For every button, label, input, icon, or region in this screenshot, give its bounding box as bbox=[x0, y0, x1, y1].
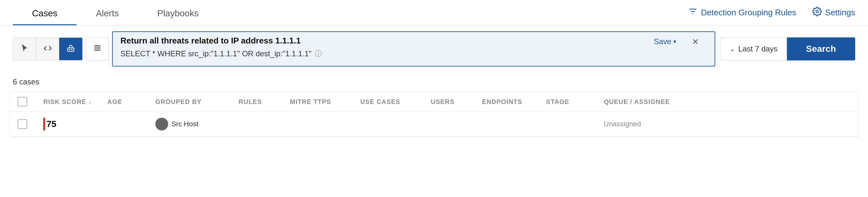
cases-count: 6 cases bbox=[0, 72, 868, 91]
col-grouped-by[interactable]: GROUPED BY bbox=[149, 98, 232, 106]
settings-button[interactable]: Settings bbox=[812, 7, 855, 18]
cursor-icon bbox=[21, 44, 29, 54]
cell-queue-assignee: Unassigned bbox=[597, 120, 850, 128]
col-age[interactable]: AGE bbox=[101, 98, 149, 106]
col-endpoints[interactable]: ENDPOINTS bbox=[476, 98, 540, 106]
detection-grouping-rules-button[interactable]: Detection Grouping Rules bbox=[688, 7, 796, 18]
code-tool-button[interactable] bbox=[36, 38, 59, 61]
col-stage[interactable]: STAGE bbox=[540, 98, 597, 106]
col-use-cases[interactable]: USE CASES bbox=[354, 98, 424, 106]
close-search-button[interactable]: × bbox=[692, 36, 699, 47]
top-navigation: Cases Alerts Playbooks Detection Groupin… bbox=[0, 0, 868, 26]
chevron-down-icon: ▾ bbox=[673, 38, 676, 45]
cell-risk-score: 75 bbox=[37, 118, 101, 130]
svg-rect-1 bbox=[68, 48, 74, 51]
col-rules[interactable]: RULES bbox=[232, 98, 283, 106]
right-controls: ⌄ Last 7 days Search bbox=[720, 37, 855, 61]
avatar bbox=[155, 118, 168, 130]
cell-grouped-by: Src Host bbox=[149, 118, 232, 130]
row-checkbox[interactable] bbox=[18, 119, 37, 129]
list-view-button[interactable] bbox=[86, 37, 109, 61]
info-icon[interactable]: ⓘ bbox=[315, 49, 322, 58]
settings-icon bbox=[812, 7, 822, 18]
save-button[interactable]: Save ▾ bbox=[654, 37, 676, 46]
results-table: RISK SCORE ↓ AGE GROUPED BY RULES MITRE … bbox=[10, 91, 858, 137]
date-filter-button[interactable]: ⌄ Last 7 days bbox=[720, 37, 787, 61]
list-icon bbox=[93, 44, 101, 54]
sort-icon: ↓ bbox=[88, 98, 92, 106]
bot-icon bbox=[67, 44, 75, 54]
table-row[interactable]: 75 Src Host Unassigned bbox=[10, 112, 858, 136]
svg-point-3 bbox=[71, 49, 72, 50]
col-mitre-ttps[interactable]: MITRE TTPS bbox=[283, 98, 354, 106]
tab-playbooks[interactable]: Playbooks bbox=[138, 8, 218, 25]
tab-cases[interactable]: Cases bbox=[13, 8, 76, 25]
chevron-down-icon: ⌄ bbox=[730, 45, 735, 53]
toolbar-icon-group bbox=[13, 37, 83, 61]
code-icon bbox=[43, 44, 52, 54]
bot-tool-button[interactable] bbox=[59, 38, 82, 61]
select-all-checkbox[interactable] bbox=[18, 97, 37, 107]
filter-icon bbox=[688, 7, 698, 18]
cursor-tool-button[interactable] bbox=[13, 38, 36, 61]
tab-alerts[interactable]: Alerts bbox=[76, 8, 138, 25]
search-query-text: SELECT * WHERE src_ip:"1.1.1.1" OR dest_… bbox=[120, 49, 707, 58]
settings-label: Settings bbox=[825, 8, 855, 17]
col-queue-assignee[interactable]: QUEUE / ASSIGNEE bbox=[597, 98, 850, 106]
risk-bar bbox=[43, 118, 45, 130]
svg-point-2 bbox=[69, 49, 70, 50]
table-header: RISK SCORE ↓ AGE GROUPED BY RULES MITRE … bbox=[10, 92, 858, 112]
search-button[interactable]: Search bbox=[787, 37, 855, 61]
detection-grouping-rules-label: Detection Grouping Rules bbox=[701, 8, 796, 17]
search-query-title: Return all threats related to IP address… bbox=[120, 36, 707, 46]
nav-right: Detection Grouping Rules Settings bbox=[688, 7, 855, 18]
col-users[interactable]: USERS bbox=[424, 98, 476, 106]
col-risk-score[interactable]: RISK SCORE ↓ bbox=[37, 98, 101, 106]
search-box: Return all threats related to IP address… bbox=[112, 31, 715, 67]
toolbar-row: Return all threats related to IP address… bbox=[0, 26, 868, 72]
nav-tabs: Cases Alerts Playbooks bbox=[13, 0, 218, 25]
svg-point-0 bbox=[816, 10, 818, 13]
